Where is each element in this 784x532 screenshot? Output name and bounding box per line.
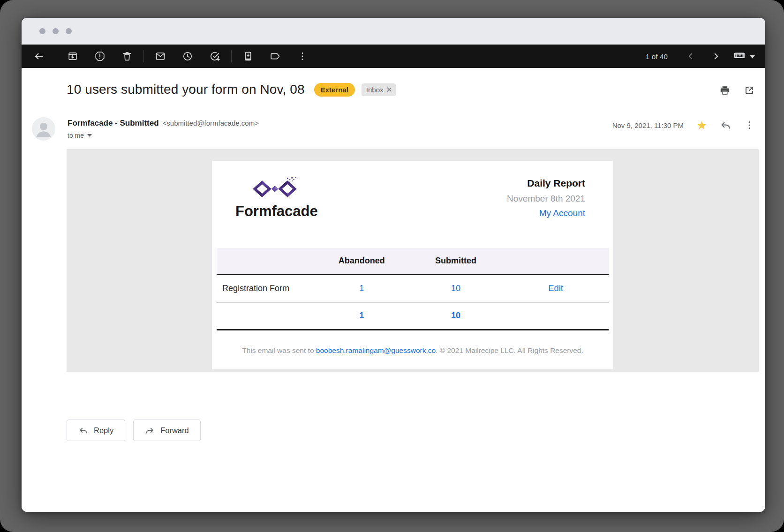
newer-chevron-left-icon[interactable] bbox=[680, 45, 701, 67]
report-table: Abandoned Submitted Registration Form 1 … bbox=[217, 248, 609, 330]
header-abandoned: Abandoned bbox=[315, 248, 409, 274]
inbox-label-chip[interactable]: Inbox bbox=[362, 83, 396, 96]
email-footer: This email was sent to boobesh.ramalinga… bbox=[212, 346, 613, 355]
star-icon[interactable] bbox=[696, 120, 707, 131]
abandoned-count-link[interactable]: 1 bbox=[359, 284, 364, 293]
message-meta: Nov 9, 2021, 11:30 PM bbox=[612, 117, 755, 131]
window-control-close[interactable] bbox=[39, 28, 45, 34]
report-date: November 8th 2021 bbox=[507, 194, 585, 204]
total-submitted-link[interactable]: 10 bbox=[451, 311, 460, 320]
sender-avatar bbox=[32, 117, 55, 141]
report-card: Formfacade Daily Report November 8th 202… bbox=[212, 161, 613, 369]
remove-label-x-icon[interactable] bbox=[387, 87, 392, 92]
reply-button[interactable]: Reply bbox=[67, 420, 125, 441]
gmail-toolbar: 1 of 40 bbox=[22, 45, 765, 68]
header-empty bbox=[503, 248, 609, 274]
delete-icon[interactable] bbox=[116, 45, 138, 67]
sender-address: <submitted@formfacade.com> bbox=[163, 119, 259, 127]
reply-icon[interactable] bbox=[720, 120, 731, 131]
email-reading-pane: 10 users submitted your form on Nov, 08 … bbox=[22, 68, 765, 512]
more-options-icon[interactable] bbox=[744, 120, 755, 131]
message-date: Nov 9, 2021, 11:30 PM bbox=[612, 121, 684, 129]
submitted-count-link[interactable]: 10 bbox=[451, 284, 460, 293]
subject-actions bbox=[719, 85, 755, 96]
footer-prefix: This email was sent to bbox=[242, 346, 316, 354]
reply-button-label: Reply bbox=[94, 426, 113, 435]
report-title: Daily Report bbox=[507, 178, 585, 189]
my-account-link[interactable]: My Account bbox=[507, 208, 585, 218]
recipient-email-link[interactable]: boobesh.ramalingam@guesswork.co bbox=[316, 346, 436, 354]
back-arrow-icon[interactable] bbox=[28, 45, 50, 67]
formfacade-logo: Formfacade bbox=[235, 175, 318, 220]
sender-name: Formfacade - Submitted bbox=[68, 119, 159, 128]
browser-window: 1 of 40 10 users sub bbox=[22, 18, 765, 512]
more-options-icon[interactable] bbox=[292, 45, 313, 67]
print-icon[interactable] bbox=[719, 85, 731, 96]
recipient-label: to me bbox=[68, 132, 84, 139]
desktop-background: 1 of 40 10 users sub bbox=[0, 0, 784, 532]
forward-arrow-icon bbox=[145, 426, 155, 435]
table-row: Registration Form 1 10 Edit bbox=[217, 274, 609, 302]
external-badge: External bbox=[314, 83, 355, 97]
totals-empty bbox=[217, 302, 315, 330]
report-header: Daily Report November 8th 2021 My Accoun… bbox=[507, 178, 585, 218]
form-name-cell: Registration Form bbox=[217, 274, 315, 302]
edit-link[interactable]: Edit bbox=[549, 284, 563, 293]
label-icon[interactable] bbox=[264, 45, 286, 67]
toolbar-divider bbox=[231, 50, 232, 62]
table-header-row: Abandoned Submitted bbox=[217, 248, 609, 274]
window-control-zoom[interactable] bbox=[66, 28, 72, 34]
totals-empty bbox=[503, 302, 609, 330]
header-submitted: Submitted bbox=[409, 248, 503, 274]
subject-row: 10 users submitted your form on Nov, 08 … bbox=[67, 82, 396, 97]
window-control-minimize[interactable] bbox=[53, 28, 59, 34]
move-to-icon[interactable] bbox=[237, 45, 259, 67]
table-totals-row: 1 10 bbox=[217, 302, 609, 330]
total-abandoned-link[interactable]: 1 bbox=[359, 311, 364, 320]
mark-unread-icon[interactable] bbox=[150, 45, 171, 67]
forward-button-label: Forward bbox=[160, 426, 189, 435]
chevron-down-icon bbox=[750, 52, 755, 60]
inbox-label-text: Inbox bbox=[366, 86, 384, 94]
sender-row: Formfacade - Submitted <submitted@formfa… bbox=[32, 117, 755, 141]
email-subject: 10 users submitted your form on Nov, 08 bbox=[67, 82, 305, 97]
snooze-icon[interactable] bbox=[177, 45, 198, 67]
open-in-new-icon[interactable] bbox=[744, 85, 755, 96]
show-details-toggle[interactable]: to me bbox=[68, 132, 259, 139]
add-to-tasks-icon[interactable] bbox=[204, 45, 226, 67]
forward-button[interactable]: Forward bbox=[133, 420, 201, 441]
archive-icon[interactable] bbox=[62, 45, 83, 67]
chevron-down-icon bbox=[87, 134, 92, 137]
keyboard-icon bbox=[733, 50, 746, 63]
input-tools-button[interactable] bbox=[733, 50, 755, 63]
reply-arrow-icon bbox=[78, 426, 88, 435]
older-chevron-right-icon[interactable] bbox=[705, 45, 727, 67]
toolbar-divider bbox=[143, 50, 144, 62]
formfacade-infinity-icon bbox=[250, 177, 299, 201]
footer-suffix: . © 2021 Mailrecipe LLC. All Rights Rese… bbox=[436, 346, 583, 354]
pagination-count: 1 of 40 bbox=[646, 52, 668, 60]
brand-name: Formfacade bbox=[235, 203, 318, 220]
report-spam-icon[interactable] bbox=[89, 45, 111, 67]
email-body-background: Formfacade Daily Report November 8th 202… bbox=[67, 149, 759, 372]
reply-forward-actions: Reply Forward bbox=[67, 420, 201, 441]
toolbar-right-group: 1 of 40 bbox=[646, 45, 755, 67]
window-titlebar bbox=[22, 18, 765, 45]
header-empty bbox=[217, 248, 315, 274]
sender-details: Formfacade - Submitted <submitted@formfa… bbox=[68, 117, 259, 139]
